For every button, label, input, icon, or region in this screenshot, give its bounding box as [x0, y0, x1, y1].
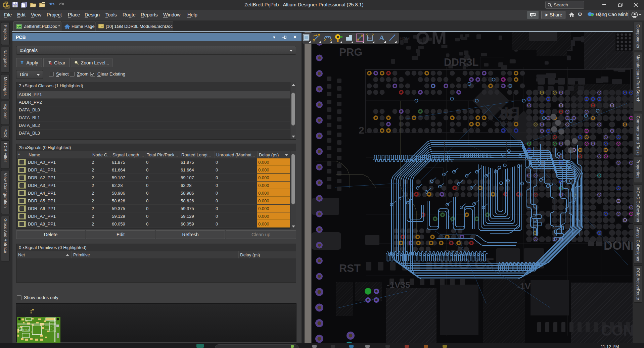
svg-text:PRG: PRG [339, 46, 362, 58]
svg-text:10: 10 [368, 36, 371, 40]
svg-text:HƏM: HƏM [400, 36, 410, 41]
svg-text:‑1V35: ‑1V35 [387, 280, 410, 290]
svg-text:RST: RST [339, 262, 361, 274]
svg-text:CON: CON [601, 322, 633, 339]
svg-text:A: A [379, 34, 384, 42]
svg-text:DDR3L: DDR3L [444, 56, 478, 68]
svg-text:2: 2 [359, 125, 364, 136]
svg-text:‑1V: ‑1V [517, 281, 531, 291]
svg-text:A9-14-A-1: A9-14-A-1 [20, 329, 30, 331]
svg-text:OM: OM [416, 31, 448, 48]
